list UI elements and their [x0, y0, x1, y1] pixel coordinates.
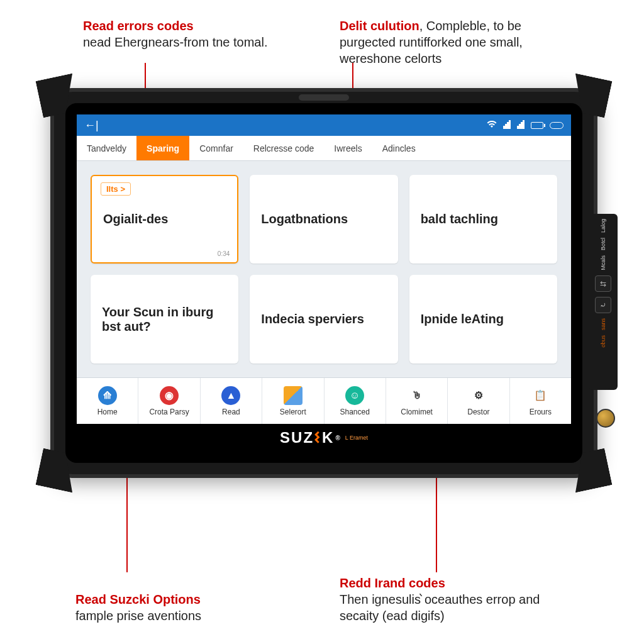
tile-label: Ipnide leAting [421, 312, 546, 326]
antenna-knob[interactable] [596, 409, 615, 428]
tile-label: bald tachling [421, 212, 546, 226]
side-label: Mcals [600, 255, 606, 270]
tab-comnfar[interactable]: Comnfar [189, 136, 243, 160]
pill-icon [550, 122, 564, 129]
destor-icon: ⚙ [469, 386, 488, 405]
tile-indecia[interactable]: Indecia sperviers [250, 275, 397, 364]
screen: ←| Tandveldy Sparing Comnfar Relcresse c… [77, 114, 571, 452]
tool-label: Home [97, 408, 118, 416]
shanced-icon: ☺ [345, 386, 364, 405]
clomimet-icon: 🖰 [408, 386, 426, 405]
callout-body: Then ignesulis ̀oceauthes errop and seca… [340, 592, 540, 623]
tool-shanced[interactable]: ☺ Shanced [325, 378, 386, 424]
callout-body: fample prise aventions [75, 609, 201, 623]
tile-bald-tachling[interactable]: bald tachling [409, 175, 557, 264]
side-red-label: obus [600, 335, 606, 348]
tile-label: Your Scun in iburg bst aut? [102, 305, 227, 334]
tool-selerort[interactable]: Selerort [262, 378, 324, 424]
tile-ipnide[interactable]: Ipnide leAting [409, 275, 557, 364]
reg-mark: ® [335, 435, 341, 441]
callout-read-suzcki: Read Suzcki Options fample prise aventio… [75, 591, 201, 624]
tile-label: Indecia sperviers [261, 312, 386, 326]
callout-headline: Redd Irand codes [340, 576, 445, 590]
bottom-toolbar: ⟰ Home ◉ Crota Parsy ▲ Read Selerort ☺ [77, 377, 571, 424]
tool-destor[interactable]: ⚙ Destor [448, 378, 509, 424]
diagnostic-tablet: Lalog Botcl Mcals ⇆ ⤾ sans obus ←| [50, 88, 597, 478]
tool-label: Erours [530, 408, 552, 416]
home-icon: ⟰ [98, 386, 117, 405]
selerort-icon [284, 386, 303, 405]
tool-clomimet[interactable]: 🖰 Clomimet [386, 378, 448, 424]
read-icon: ▲ [221, 386, 240, 405]
tool-label: Destor [467, 408, 489, 416]
tab-relcresse[interactable]: Relcresse code [243, 136, 325, 160]
tool-home[interactable]: ⟰ Home [77, 378, 138, 424]
callout-headline: Read errors codes [83, 19, 194, 33]
side-red-label: sans [600, 318, 606, 330]
tool-read[interactable]: ▲ Read [201, 378, 262, 424]
tool-label: Clomimet [401, 408, 433, 416]
tile-label: Ogialit-des [103, 212, 226, 226]
battery-icon [531, 122, 543, 129]
back-button[interactable]: ←| [84, 119, 99, 132]
tile-your-scun[interactable]: Your Scun in iburg bst aut? [91, 275, 238, 364]
tool-label: Read [222, 408, 240, 416]
side-label: Lalog [600, 219, 606, 233]
screen-bezel: ←| Tandveldy Sparing Comnfar Relcresse c… [65, 103, 582, 463]
callout-delit-culution: Delit culution, Compleble, to be purgect… [340, 18, 566, 67]
tool-label: Crota Parsy [149, 408, 189, 416]
status-icons [487, 120, 564, 131]
side-button-sync[interactable]: ⇆ [595, 275, 611, 292]
signal-icon-2 [517, 120, 525, 131]
tool-erours[interactable]: 📋 Erours [510, 378, 571, 424]
erours-icon: 📋 [531, 386, 550, 405]
stop-icon: ◉ [160, 386, 179, 405]
tab-bar: Tandveldy Sparing Comnfar Relcresse code… [77, 136, 571, 161]
wifi-icon [487, 120, 497, 130]
signal-icon [503, 120, 511, 131]
callout-headline: Delit culution [340, 19, 419, 33]
tool-label: Shanced [340, 408, 370, 416]
tile-label: Logatbnations [261, 212, 386, 226]
callout-body: nead Ehergnears-from tne tomal. [83, 35, 268, 49]
status-bar: ←| [77, 114, 571, 136]
tool-label: Selerort [280, 408, 306, 416]
tool-crota-parsy[interactable]: ◉ Crota Parsy [138, 378, 200, 424]
tile-grid: Ilts > Ogialit-des 0:34 Logatbnations ba… [77, 161, 571, 377]
tab-adincles[interactable]: Adincles [372, 136, 426, 160]
tab-iwreels[interactable]: Iwreels [324, 136, 372, 160]
callout-read-errors: Read errors codes nead Ehergnears-from t… [83, 18, 268, 50]
callout-redd-irand: Redd Irand codes Then ignesulis ̀oceauth… [340, 575, 566, 624]
tile-logatbnations[interactable]: Logatbnations [250, 175, 397, 264]
tile-badge: Ilts > [101, 182, 131, 196]
tile-ogialit-des[interactable]: Ilts > Ogialit-des 0:34 [91, 175, 238, 264]
brand-tagline: L Eramet [345, 435, 368, 441]
brand-right: K [322, 429, 334, 447]
front-camera [299, 94, 349, 101]
side-control-module: Lalog Botcl Mcals ⇆ ⤾ sans obus [589, 214, 618, 390]
tile-time: 0:34 [218, 250, 230, 257]
tab-tandveldy[interactable]: Tandveldy [77, 136, 136, 160]
callout-headline: Read Suzcki Options [75, 592, 201, 606]
tab-sparing[interactable]: Sparing [136, 136, 189, 160]
brand-bar: SUZ𐌔K®L Eramet [77, 424, 571, 452]
flame-icon: 𐌔 [314, 429, 322, 447]
side-button-undo[interactable]: ⤾ [595, 297, 611, 313]
side-label: Botcl [600, 238, 606, 250]
brand-left: SUZ [280, 429, 314, 447]
